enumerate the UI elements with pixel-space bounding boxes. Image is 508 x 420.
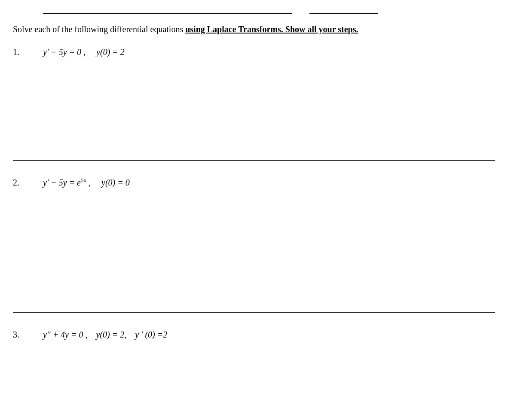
problem-2-equation-post: , <box>86 178 91 187</box>
problem-3-number: 3. <box>13 330 43 340</box>
problem-3: 3. y′′ + 4y = 0 , y(0) = 2, y ′ (0) =2 <box>13 330 495 340</box>
header-blank-lines <box>43 13 495 14</box>
instructions-text: Solve each of the following differential… <box>13 24 495 34</box>
problem-3-condition2: y ′ (0) =2 <box>135 330 167 339</box>
workspace-1 <box>13 61 495 160</box>
problem-1-body: y′ − 5y = 0 , y(0) = 2 <box>43 47 125 57</box>
problem-2-body: y′ − 5y = e5x , y(0) = 0 <box>43 178 130 188</box>
problem-1: 1. y′ − 5y = 0 , y(0) = 2 <box>13 47 495 57</box>
problem-2-number: 2. <box>13 178 43 188</box>
divider-1 <box>13 160 495 161</box>
problem-2-sup: 5x <box>81 177 86 183</box>
problem-1-number: 1. <box>13 47 43 57</box>
problem-2-condition: y(0) = 0 <box>101 178 130 187</box>
header-line-short <box>309 13 378 14</box>
instructions-lead: Solve each of the following differential… <box>13 24 185 34</box>
workspace-3 <box>13 344 495 383</box>
problem-3-equation: y′′ + 4y = 0 , <box>43 330 88 339</box>
problem-2: 2. y′ − 5y = e5x , y(0) = 0 <box>13 178 495 188</box>
instructions-emphasis: using Laplace Transforms. Show all your … <box>185 24 358 34</box>
problem-3-condition1: y(0) = 2, <box>96 330 127 339</box>
workspace-2 <box>13 192 495 312</box>
problem-2-sup-text: 5x <box>81 177 86 183</box>
divider-2 <box>13 312 495 313</box>
problem-1-condition: y(0) = 2 <box>96 47 125 57</box>
header-line-long <box>43 13 292 14</box>
problem-3-body: y′′ + 4y = 0 , y(0) = 2, y ′ (0) =2 <box>43 330 167 340</box>
problem-1-equation: y′ − 5y = 0 , <box>43 47 86 57</box>
problem-2-equation-pre: y′ − 5y = e <box>43 178 81 187</box>
